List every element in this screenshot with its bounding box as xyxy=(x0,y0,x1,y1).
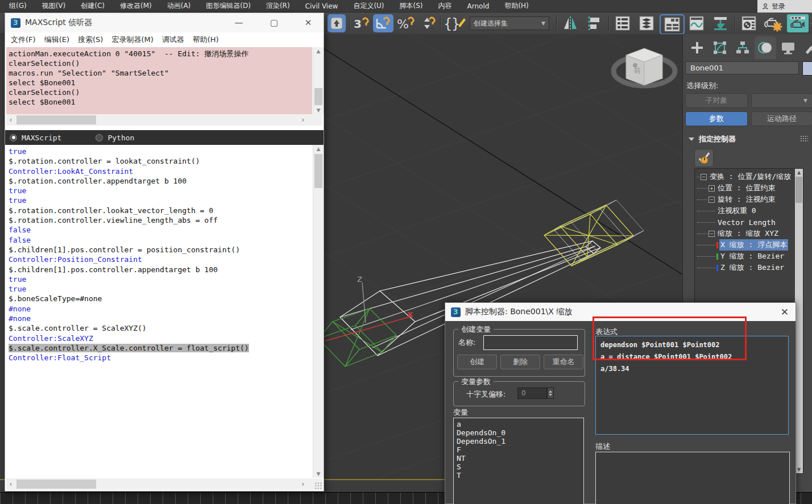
output-hscrollbar[interactable]: ‹ › xyxy=(6,114,322,126)
create-button[interactable]: 创建 xyxy=(457,355,497,369)
controller-tree-item[interactable]: 注视权重 0 xyxy=(697,205,803,216)
align-button[interactable] xyxy=(583,14,605,32)
listener-menu-item[interactable]: 编辑(E) xyxy=(44,35,69,45)
scroll-down-icon[interactable]: ▼ xyxy=(313,106,324,114)
angle-snap-button[interactable] xyxy=(373,14,393,32)
menu-item[interactable]: 内容 xyxy=(438,1,452,11)
object-color-swatch[interactable] xyxy=(802,61,812,76)
percent-snap-button[interactable]: % xyxy=(396,14,416,32)
scroll-left-icon[interactable]: ‹ xyxy=(6,478,15,490)
close-icon[interactable]: ✕ xyxy=(781,306,789,318)
output-vscrollbar[interactable]: ▲ ▼ xyxy=(313,47,324,114)
listener-output-pane[interactable]: actionMan.executeAction 0 "40015" -- Edi… xyxy=(6,47,312,114)
spinner-arrows[interactable] xyxy=(547,388,554,399)
viewcube-front-label[interactable]: 前 xyxy=(634,66,641,76)
sub-object-dropdown[interactable]: ▼ xyxy=(751,93,812,108)
listener-menu-item[interactable]: 搜索(S) xyxy=(78,35,103,45)
listener-menu-item[interactable]: 帮助(H) xyxy=(193,35,219,45)
parameters-button[interactable]: 参数 xyxy=(685,111,748,126)
controller-tree-item[interactable]: Y 缩放 : Bezier xyxy=(697,251,803,262)
tab-modify[interactable] xyxy=(709,36,731,59)
variable-item[interactable]: DependsOn_0 xyxy=(457,428,581,437)
controller-tree-scrollbar[interactable]: ▲ ▼ xyxy=(795,169,803,473)
rename-button[interactable]: 重命名 xyxy=(544,355,583,369)
expand-icon[interactable]: + xyxy=(709,185,715,191)
listener-code-pane[interactable]: true$.rotation.controller = lookat_const… xyxy=(6,145,312,478)
mirror-button[interactable] xyxy=(560,14,581,32)
tab-display[interactable] xyxy=(777,36,799,59)
scroll-up-icon[interactable]: ▲ xyxy=(313,145,324,153)
listener-menu-item[interactable]: 文件(F) xyxy=(11,35,36,45)
render-production-button[interactable] xyxy=(810,14,812,32)
menu-item[interactable]: Arnold xyxy=(467,2,490,10)
tab-utilities[interactable] xyxy=(800,36,812,59)
dialog-title-bar[interactable]: 3 脚本控制器: Bone001\X 缩放 xyxy=(445,303,796,321)
assign-controller-rollout[interactable]: 指定控制器 xyxy=(683,132,812,147)
login-button[interactable]: 登录 xyxy=(757,0,812,13)
tab-motion[interactable] xyxy=(755,36,776,59)
controller-tree-item[interactable]: −缩放 : 缩放 XYZ xyxy=(697,228,803,239)
code-vscrollbar[interactable]: ▲ ▼ xyxy=(313,145,324,478)
schematic-view-button[interactable] xyxy=(710,14,731,32)
assign-controller-button[interactable] xyxy=(694,149,714,167)
resize-grip[interactable] xyxy=(314,482,322,489)
variables-listbox[interactable]: aDependsOn_0DependsOn_1FNTST xyxy=(453,418,584,504)
scene-explorer-button[interactable] xyxy=(636,14,657,32)
controller-tree-item[interactable]: X 缩放 : 浮点脚本 xyxy=(697,239,803,251)
up-arrow-button[interactable] xyxy=(328,14,346,32)
variable-item[interactable]: NT xyxy=(457,454,581,463)
maximize-button[interactable]: ▢ xyxy=(269,18,279,28)
motion-paths-button[interactable]: 运动路径 xyxy=(751,111,812,126)
controller-tree-item[interactable]: Z 缩放 : Bezier xyxy=(697,262,803,273)
menu-item[interactable]: 渲染(R) xyxy=(266,1,290,11)
description-textarea[interactable] xyxy=(595,452,790,504)
tick-offset-spinner[interactable]: 0 xyxy=(517,388,547,399)
scroll-down-icon[interactable]: ▼ xyxy=(313,470,324,478)
scroll-up-icon[interactable]: ▲ xyxy=(313,47,324,55)
ribbon-toggle-button[interactable] xyxy=(660,14,685,35)
minimize-button[interactable]: — xyxy=(234,18,244,28)
tab-create[interactable] xyxy=(686,36,708,59)
variable-item[interactable]: DependsOn_1 xyxy=(457,437,581,445)
tab-hierarchy[interactable] xyxy=(732,36,753,59)
collapse-icon[interactable]: − xyxy=(701,174,707,180)
close-button[interactable]: ✕ xyxy=(303,18,313,28)
named-selection-sets-button[interactable]: {} xyxy=(442,14,467,32)
snaps-toggle-button[interactable]: 3 xyxy=(351,14,371,32)
material-editor-button[interactable] xyxy=(738,14,760,32)
python-radio[interactable] xyxy=(96,134,103,141)
scroll-right-icon[interactable]: › xyxy=(299,478,308,490)
scroll-up-icon[interactable]: ▲ xyxy=(795,169,803,176)
scroll-left-icon[interactable]: ‹ xyxy=(6,114,15,126)
listener-menu-item[interactable]: 调试器 xyxy=(162,35,184,45)
curve-editor-button[interactable] xyxy=(686,14,707,32)
rollout-drag-grip[interactable] xyxy=(800,135,808,142)
menu-item[interactable]: 脚本(S) xyxy=(400,1,423,11)
code-hscrollbar[interactable]: ‹ › xyxy=(6,478,322,490)
controller-tree-item[interactable]: −变换 : 位置/旋转/缩放 xyxy=(697,171,803,182)
rendered-frame-window-button[interactable] xyxy=(787,14,809,32)
menu-item[interactable]: 图形编辑器(D) xyxy=(206,1,251,11)
delete-button[interactable]: 删除 xyxy=(500,355,540,369)
scroll-down-icon[interactable]: ▼ xyxy=(795,466,803,473)
selection-set-dropdown[interactable]: 创建选择集 ▼ xyxy=(470,16,549,30)
spinner-snap-button[interactable] xyxy=(419,14,438,32)
expression-textarea[interactable]: dependson $Point001 $Point002a = distanc… xyxy=(595,336,789,435)
variable-item[interactable]: T xyxy=(457,471,581,480)
menu-item[interactable]: 视图(V) xyxy=(42,1,66,11)
render-setup-button[interactable] xyxy=(762,14,785,32)
sub-object-button[interactable]: 子对象 xyxy=(685,93,748,108)
maxscript-radio[interactable] xyxy=(10,134,17,141)
collapse-icon[interactable]: − xyxy=(709,197,715,203)
layer-manager-button[interactable] xyxy=(612,14,633,32)
variable-item[interactable]: S xyxy=(457,463,581,471)
menu-item[interactable]: 创建(C) xyxy=(81,1,105,11)
listener-menu-item[interactable]: 宏录制器(M) xyxy=(111,35,153,45)
controller-tree-item[interactable]: +位置 : 位置约束 xyxy=(697,182,803,194)
menu-item[interactable]: 帮助(H) xyxy=(504,1,528,11)
collapse-icon[interactable]: − xyxy=(709,231,715,237)
scroll-right-icon[interactable]: › xyxy=(299,114,308,126)
menu-item[interactable]: Civil View xyxy=(305,2,338,10)
controller-tree-item[interactable]: Vector Length xyxy=(697,216,803,228)
menu-item[interactable]: 自定义(U) xyxy=(353,1,384,11)
